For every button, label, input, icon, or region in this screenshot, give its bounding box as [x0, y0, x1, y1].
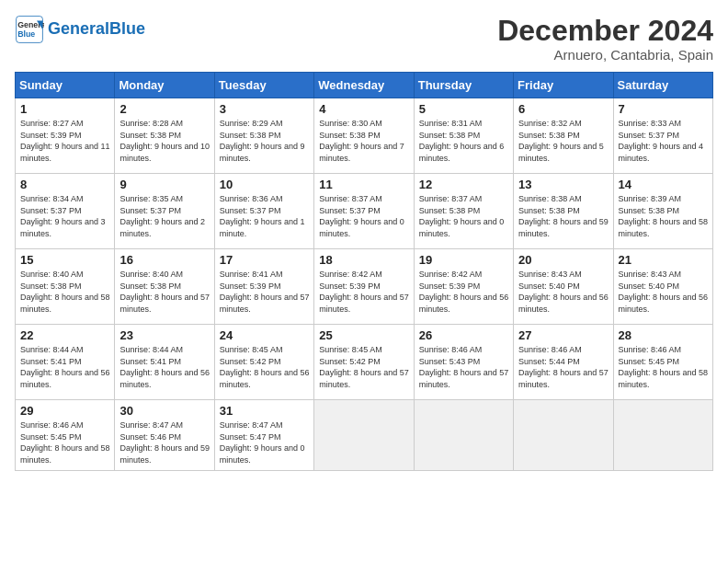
day-number: 1 [20, 102, 110, 116]
day-cell: 1Sunrise: 8:27 AMSunset: 5:39 PMDaylight… [16, 98, 115, 174]
day-number: 5 [419, 102, 509, 116]
location-title: Arnuero, Cantabria, Spain [497, 47, 713, 63]
day-number: 30 [119, 404, 210, 418]
day-info: Sunrise: 8:36 AMSunset: 5:37 PMDaylight:… [220, 193, 310, 239]
day-number: 22 [20, 328, 110, 342]
day-number: 15 [20, 253, 110, 267]
day-cell: 25Sunrise: 8:45 AMSunset: 5:42 PMDayligh… [314, 325, 414, 400]
day-cell: 23Sunrise: 8:44 AMSunset: 5:41 PMDayligh… [115, 325, 214, 400]
day-cell: 22Sunrise: 8:44 AMSunset: 5:41 PMDayligh… [16, 325, 115, 400]
logo-blue: Blue [109, 19, 145, 38]
day-info: Sunrise: 8:42 AMSunset: 5:39 PMDaylight:… [319, 269, 409, 315]
day-info: Sunrise: 8:42 AMSunset: 5:39 PMDaylight:… [419, 269, 509, 315]
day-info: Sunrise: 8:46 AMSunset: 5:43 PMDaylight:… [419, 344, 509, 390]
weekday-sunday: Sunday [16, 73, 115, 98]
day-info: Sunrise: 8:46 AMSunset: 5:45 PMDaylight:… [619, 344, 709, 390]
day-info: Sunrise: 8:46 AMSunset: 5:44 PMDaylight:… [518, 344, 609, 390]
day-number: 27 [518, 328, 609, 342]
day-info: Sunrise: 8:40 AMSunset: 5:38 PMDaylight:… [20, 269, 110, 315]
week-row-1: 1Sunrise: 8:27 AMSunset: 5:39 PMDaylight… [16, 98, 713, 174]
day-number: 31 [220, 404, 310, 418]
day-number: 11 [319, 178, 409, 191]
day-info: Sunrise: 8:29 AMSunset: 5:38 PMDaylight:… [220, 118, 310, 164]
day-number: 7 [619, 102, 709, 116]
day-number: 3 [220, 102, 310, 116]
day-number: 29 [20, 404, 110, 418]
day-cell: 5Sunrise: 8:31 AMSunset: 5:38 PMDaylight… [414, 98, 513, 174]
day-cell: 4Sunrise: 8:30 AMSunset: 5:38 PMDaylight… [314, 98, 414, 174]
day-info: Sunrise: 8:37 AMSunset: 5:38 PMDaylight:… [419, 193, 509, 239]
day-info: Sunrise: 8:41 AMSunset: 5:39 PMDaylight:… [220, 269, 310, 315]
day-number: 12 [419, 178, 509, 191]
day-info: Sunrise: 8:35 AMSunset: 5:37 PMDaylight:… [119, 193, 210, 239]
day-number: 4 [319, 102, 409, 116]
weekday-tuesday: Tuesday [214, 73, 313, 98]
day-cell [414, 400, 513, 470]
day-number: 9 [119, 178, 210, 191]
day-cell: 3Sunrise: 8:29 AMSunset: 5:38 PMDaylight… [214, 98, 313, 174]
weekday-wednesday: Wednesday [314, 73, 414, 98]
day-number: 14 [619, 178, 709, 191]
day-info: Sunrise: 8:40 AMSunset: 5:38 PMDaylight:… [119, 269, 210, 315]
day-number: 19 [419, 253, 509, 267]
day-cell: 21Sunrise: 8:43 AMSunset: 5:40 PMDayligh… [613, 249, 712, 325]
week-row-2: 8Sunrise: 8:34 AMSunset: 5:37 PMDaylight… [16, 174, 713, 249]
month-title: December 2024 [497, 15, 713, 47]
day-cell: 24Sunrise: 8:45 AMSunset: 5:42 PMDayligh… [214, 325, 313, 400]
day-info: Sunrise: 8:37 AMSunset: 5:37 PMDaylight:… [319, 193, 409, 239]
day-info: Sunrise: 8:44 AMSunset: 5:41 PMDaylight:… [119, 344, 210, 390]
day-info: Sunrise: 8:43 AMSunset: 5:40 PMDaylight:… [619, 269, 709, 315]
weekday-monday: Monday [115, 73, 214, 98]
day-cell: 12Sunrise: 8:37 AMSunset: 5:38 PMDayligh… [414, 174, 513, 249]
day-cell: 20Sunrise: 8:43 AMSunset: 5:40 PMDayligh… [514, 249, 613, 325]
day-cell: 19Sunrise: 8:42 AMSunset: 5:39 PMDayligh… [414, 249, 513, 325]
day-info: Sunrise: 8:45 AMSunset: 5:42 PMDaylight:… [220, 344, 310, 390]
day-cell: 10Sunrise: 8:36 AMSunset: 5:37 PMDayligh… [214, 174, 313, 249]
day-info: Sunrise: 8:45 AMSunset: 5:42 PMDaylight:… [319, 344, 409, 390]
day-cell: 14Sunrise: 8:39 AMSunset: 5:38 PMDayligh… [613, 174, 712, 249]
day-number: 16 [119, 253, 210, 267]
header: General Blue GeneralBlue December 2024 A… [15, 15, 713, 63]
day-cell [314, 400, 414, 470]
day-number: 23 [119, 328, 210, 342]
day-number: 21 [619, 253, 709, 267]
day-cell [514, 400, 613, 470]
weekday-friday: Friday [514, 73, 613, 98]
logo: General Blue GeneralBlue [15, 15, 145, 44]
week-row-4: 22Sunrise: 8:44 AMSunset: 5:41 PMDayligh… [16, 325, 713, 400]
day-number: 13 [518, 178, 609, 191]
day-info: Sunrise: 8:27 AMSunset: 5:39 PMDaylight:… [20, 118, 110, 164]
day-number: 17 [220, 253, 310, 267]
day-cell: 13Sunrise: 8:38 AMSunset: 5:38 PMDayligh… [514, 174, 613, 249]
day-info: Sunrise: 8:28 AMSunset: 5:38 PMDaylight:… [119, 118, 210, 164]
day-cell: 31Sunrise: 8:47 AMSunset: 5:47 PMDayligh… [214, 400, 313, 470]
day-cell: 6Sunrise: 8:32 AMSunset: 5:38 PMDaylight… [514, 98, 613, 174]
day-info: Sunrise: 8:33 AMSunset: 5:37 PMDaylight:… [619, 118, 709, 164]
day-number: 6 [518, 102, 609, 116]
week-row-5: 29Sunrise: 8:46 AMSunset: 5:45 PMDayligh… [16, 400, 713, 470]
day-cell: 27Sunrise: 8:46 AMSunset: 5:44 PMDayligh… [514, 325, 613, 400]
day-info: Sunrise: 8:44 AMSunset: 5:41 PMDaylight:… [20, 344, 110, 390]
day-info: Sunrise: 8:46 AMSunset: 5:45 PMDaylight:… [20, 419, 110, 465]
day-info: Sunrise: 8:30 AMSunset: 5:38 PMDaylight:… [319, 118, 409, 164]
day-number: 20 [518, 253, 609, 267]
day-cell [613, 400, 712, 470]
day-cell: 17Sunrise: 8:41 AMSunset: 5:39 PMDayligh… [214, 249, 313, 325]
day-cell: 16Sunrise: 8:40 AMSunset: 5:38 PMDayligh… [115, 249, 214, 325]
day-cell: 18Sunrise: 8:42 AMSunset: 5:39 PMDayligh… [314, 249, 414, 325]
day-info: Sunrise: 8:43 AMSunset: 5:40 PMDaylight:… [518, 269, 609, 315]
logo-text: GeneralBlue [48, 20, 145, 39]
svg-text:Blue: Blue [17, 29, 35, 39]
weekday-thursday: Thursday [414, 73, 513, 98]
day-info: Sunrise: 8:31 AMSunset: 5:38 PMDaylight:… [419, 118, 509, 164]
day-cell: 7Sunrise: 8:33 AMSunset: 5:37 PMDaylight… [613, 98, 712, 174]
day-info: Sunrise: 8:39 AMSunset: 5:38 PMDaylight:… [619, 193, 709, 239]
day-info: Sunrise: 8:34 AMSunset: 5:37 PMDaylight:… [20, 193, 110, 239]
day-info: Sunrise: 8:47 AMSunset: 5:46 PMDaylight:… [119, 419, 210, 465]
week-row-3: 15Sunrise: 8:40 AMSunset: 5:38 PMDayligh… [16, 249, 713, 325]
calendar-container: General Blue GeneralBlue December 2024 A… [0, 0, 728, 478]
day-number: 18 [319, 253, 409, 267]
logo-icon: General Blue [15, 15, 44, 44]
day-cell: 30Sunrise: 8:47 AMSunset: 5:46 PMDayligh… [115, 400, 214, 470]
day-number: 26 [419, 328, 509, 342]
